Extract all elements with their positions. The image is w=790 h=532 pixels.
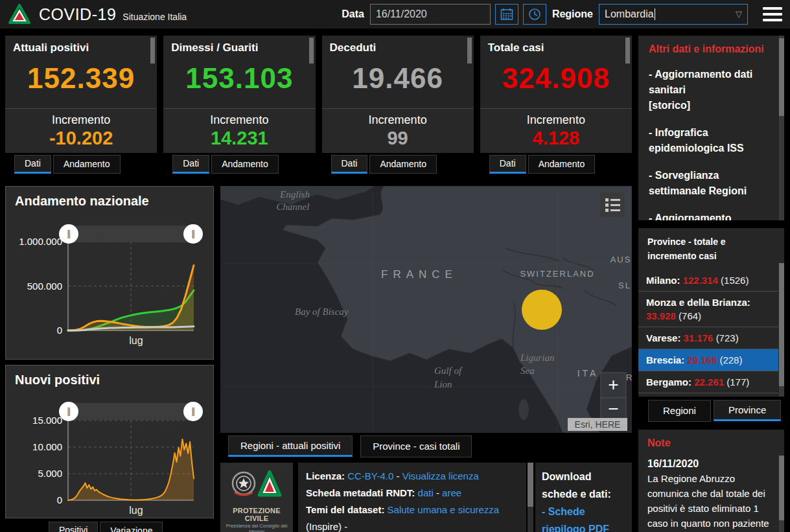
tab-dati[interactable]: Dati — [172, 155, 209, 174]
scrollbar-thumb[interactable] — [528, 463, 533, 507]
link-infografica-iss[interactable]: - Infografica epidemiologica ISS — [649, 125, 774, 156]
map-zoom-in-button[interactable]: + — [601, 373, 626, 398]
province-row-bergamo[interactable]: Bergamo: 22.261 (177) — [638, 371, 778, 393]
tab-positivi[interactable]: Positivi — [49, 522, 98, 532]
range-slider-handle-left[interactable] — [59, 224, 78, 244]
tab-andamento[interactable]: Andamento — [369, 155, 437, 174]
map-canvas[interactable]: English Channel FRANCE SWITZERLAND AUS S… — [220, 186, 632, 433]
regione-dropdown[interactable]: Lombardia ▽ — [599, 4, 748, 25]
panel-altri-dati: Altri dati e informazioni - Aggiornament… — [638, 36, 784, 220]
increment-label: Incremento — [5, 113, 157, 127]
tab-province[interactable]: Province — [714, 400, 781, 421]
tab-andamento[interactable]: Andamento — [211, 155, 279, 174]
tab-andamento[interactable]: Andamento — [528, 155, 596, 174]
bottom-left-tabs: Positivi Variazione — [49, 522, 163, 532]
range-slider-handle-right[interactable] — [183, 402, 203, 421]
separator: - — [393, 470, 402, 481]
map-label-bay-of-biscay: Bay of Biscay — [295, 306, 349, 317]
tab-variazione[interactable]: Variazione — [100, 522, 163, 532]
scrollbar-track[interactable] — [528, 463, 533, 532]
region-marker-lombardia[interactable] — [522, 290, 562, 330]
province-panel-title: Province - totale e incremento casi — [638, 228, 784, 270]
tab-regioni-attuali-positivi[interactable]: Regioni - attuali positivi — [228, 435, 353, 457]
scrollbar-thumb[interactable] — [467, 38, 472, 64]
svg-text:lug: lug — [129, 505, 143, 516]
province-row-milano[interactable]: Milano: 122.314 (1526) — [638, 270, 778, 292]
download-title: Download schede e dati: — [542, 468, 625, 503]
tab-andamento[interactable]: Andamento — [53, 155, 121, 174]
range-slider-handle-left[interactable] — [59, 402, 78, 421]
card-title: Dimessi / Guariti — [163, 36, 315, 54]
scrollbar-thumb[interactable] — [779, 263, 784, 386]
view-license-link[interactable]: Visualizza licenza — [402, 470, 479, 481]
scrollbar-thumb[interactable] — [779, 38, 784, 116]
dataset-theme-link[interactable]: Salute umana e sicurezza — [388, 504, 500, 515]
scrollbar-track[interactable] — [779, 263, 784, 397]
andamento-nazionale-chart: 0500.0001.000.000lug — [6, 187, 213, 359]
calendar-button[interactable] — [495, 4, 518, 25]
card-dimessi-guariti: Dimessi / Guariti 153.103 Incremento 14.… — [163, 36, 315, 153]
increment-label: Incremento — [480, 113, 632, 127]
map-label-gulf-of-lion: Gulf of — [434, 365, 463, 376]
rndt-dati-link[interactable]: dati — [418, 487, 434, 498]
map-legend-button[interactable] — [600, 192, 625, 217]
date-input[interactable]: 16/11/2020 — [370, 4, 491, 25]
province-name: Brescia: — [646, 354, 684, 365]
note-date: 16/11/2020 — [647, 458, 775, 470]
map-label-austria: AUS — [610, 255, 632, 264]
increment-value: -10.202 — [5, 128, 157, 149]
card-value: 19.466 — [322, 62, 474, 95]
province-row-monza[interactable]: Monza e della Brianza: 33.928 (764) — [638, 292, 778, 327]
map-label-gulf-of-lion: Lion — [434, 379, 452, 389]
province-name: Bergamo: — [646, 376, 691, 387]
regioni-province-tabs: Regioni Province — [648, 400, 781, 422]
panel-province: Province - totale e incremento casi Mila… — [638, 228, 784, 397]
map-label-ligurian-sea: Ligurian — [520, 353, 555, 363]
slider-track[interactable] — [68, 403, 194, 420]
card-value: 153.103 — [163, 62, 315, 95]
scrollbar-thumb[interactable] — [309, 38, 314, 64]
tab-dati[interactable]: Dati — [331, 155, 368, 174]
map-label-france: FRANCE — [381, 268, 458, 281]
svg-text:lug: lug — [129, 335, 143, 346]
scrollbar-thumb[interactable] — [779, 456, 784, 520]
license-link[interactable]: CC-BY-4.0 — [347, 470, 393, 481]
map-label-english-channel: English — [279, 189, 310, 200]
stat-card-tabs-row: Dati Andamento Dati Andamento Dati Andam… — [5, 155, 632, 174]
clock-button[interactable] — [523, 4, 546, 25]
range-slider-handle-right[interactable] — [183, 224, 203, 244]
app-title: COVID-19 — [39, 5, 116, 24]
province-total: 33.928 — [646, 310, 676, 321]
card-attuali-positivi: Attuali positivi 152.339 Incremento -10.… — [5, 36, 157, 153]
scrollbar-track[interactable] — [779, 36, 784, 220]
province-row-brescia[interactable]: Brescia: 29.168 (228) — [638, 349, 778, 371]
slider-track[interactable] — [68, 226, 194, 242]
scrollbar-track[interactable] — [779, 456, 784, 532]
svg-text:0: 0 — [57, 494, 62, 505]
province-row-varese[interactable]: Varese: 31.176 (723) — [638, 327, 778, 349]
rndt-aree-link[interactable]: aree — [442, 487, 461, 498]
scrollbar-thumb[interactable] — [625, 38, 630, 64]
app-subtitle: Situazione Italia — [122, 12, 187, 22]
link-aggiornamento-dati-sanitari[interactable]: - Aggiornamento dati sanitari [storico] — [649, 67, 774, 113]
panel-note: Note 16/11/2020 La Regione Abruzzo comun… — [638, 430, 784, 532]
tab-regioni[interactable]: Regioni — [648, 400, 711, 422]
license-label: Licenza: — [306, 470, 345, 481]
province-total: 22.261 — [694, 376, 724, 387]
chevron-down-icon: ▽ — [736, 5, 742, 24]
scrollbar-thumb[interactable] — [150, 38, 155, 64]
svg-text:−: − — [608, 399, 618, 419]
menu-button[interactable] — [763, 7, 782, 21]
regione-value: Lombardia — [605, 5, 654, 24]
tab-dati[interactable]: Dati — [489, 155, 526, 174]
download-pdf-link[interactable]: - Schede riepilogo PDF — [542, 503, 625, 532]
link-aggiornamento[interactable]: - Aggiornamento — [649, 211, 774, 220]
note-title: Note — [647, 437, 775, 449]
clock-icon — [528, 8, 541, 21]
tab-province-casi-totali[interactable]: Province - casi totali — [360, 435, 472, 457]
link-sorveglianza-regioni[interactable]: - Sorveglianza settimanale Regioni — [649, 168, 774, 199]
stat-cards-row: Attuali positivi 152.339 Incremento -10.… — [5, 36, 632, 153]
tab-dati[interactable]: Dati — [14, 155, 51, 174]
regione-label: Regione — [552, 8, 593, 20]
panel-andamento-nazionale: Andamento nazionale 0500.0001.000.000lug — [5, 186, 214, 360]
